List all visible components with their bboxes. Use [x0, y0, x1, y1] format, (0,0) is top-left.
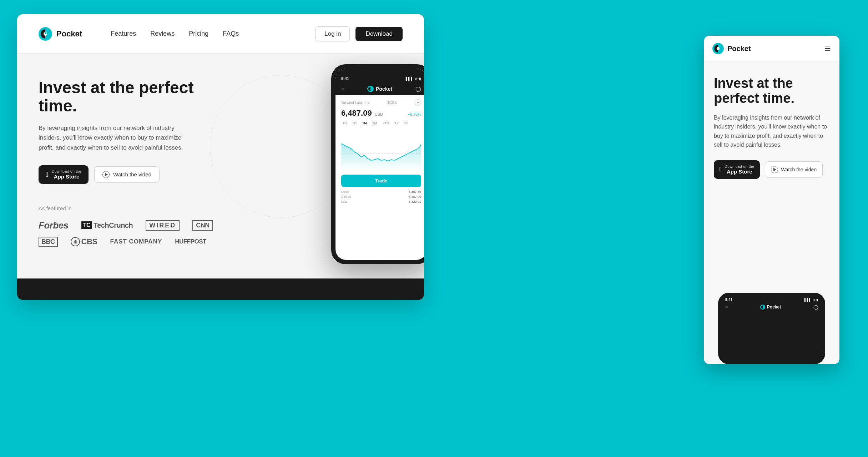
- mobile-appstore-title: App Store: [725, 169, 755, 175]
- mobile-pocket-logo-icon: [712, 43, 724, 54]
- desktop-hero: Invest at the perfect time. By leveragin…: [17, 54, 424, 300]
- hero-content: Invest at the perfect time. By leveragin…: [39, 79, 224, 247]
- phone-profile-icon: ◯: [415, 86, 421, 92]
- mobile-appstore-subtitle: Download on the: [725, 165, 755, 169]
- tab-6m[interactable]: 6M: [371, 121, 379, 126]
- closed-value: 6,487.09: [409, 195, 421, 199]
- cbs-circle-icon: ◉: [71, 237, 80, 246]
- stock-change: +6.75%: [408, 112, 421, 116]
- mobile-appstore-button[interactable]:  Download on the App Store: [714, 160, 760, 179]
- phone-time: 9:41: [341, 76, 349, 81]
- tc-badge: TC: [81, 221, 92, 229]
- low-value: 6,322.01: [409, 200, 421, 204]
- svg-point-6: [717, 47, 720, 50]
- stock-company-name: Tailwind Labs, Inc: [341, 101, 369, 105]
- featured-label: As featured in: [39, 205, 224, 211]
- nav-link-faqs[interactable]: FAQs: [223, 30, 239, 37]
- open-value: 6,387.55: [409, 190, 421, 194]
- mobile-brand-name: Pocket: [727, 45, 751, 53]
- hero-description: By leveraging insights from our network …: [39, 123, 196, 152]
- tab-1y[interactable]: 1Y: [393, 121, 400, 126]
- apple-icon: : [46, 170, 48, 179]
- mobile-watch-button[interactable]: Watch the video: [765, 161, 823, 178]
- mini-phone: 9:41 ▌▌▌ ⊗ ▮ ≡ Pocket: [718, 293, 825, 364]
- nav-link-features[interactable]: Features: [111, 30, 136, 37]
- desktop-nav-links: Features Reviews Pricing FAQs: [111, 30, 298, 37]
- mobile-appstore-text: Download on the App Store: [725, 165, 755, 175]
- trade-button[interactable]: Trade: [341, 175, 421, 187]
- mini-phone-time: 9:41: [725, 298, 732, 302]
- mobile-card: Pocket ☰ Invest at the perfect time. By …: [704, 36, 839, 364]
- phone-app-name: Pocket: [376, 86, 392, 92]
- appstore-text: Download on the App Store: [52, 170, 81, 180]
- mobile-logo-area[interactable]: Pocket: [712, 43, 751, 54]
- logo-huffpost: HUFFPOST: [175, 238, 206, 245]
- desktop-nav-actions: Log in Download: [316, 26, 403, 41]
- logo-wired: WIRED: [146, 220, 180, 231]
- stock-details: Open 6,387.55 Closed 6,487.09 Low 6,322.…: [341, 190, 421, 204]
- mini-topbar: ≡ Pocket ◯: [721, 303, 822, 311]
- play-triangle: [105, 173, 108, 176]
- download-button[interactable]: Download: [355, 27, 403, 41]
- tab-1m[interactable]: 1M: [361, 121, 368, 126]
- phone-outer: 9:41 ▌▌▌ ⊗ ▮ ≡: [331, 64, 424, 264]
- phone-topbar: ≡ Pocket ◯: [335, 83, 424, 95]
- mobile-menu-button[interactable]: ☰: [824, 44, 831, 53]
- tab-ytd[interactable]: YTD: [381, 121, 390, 126]
- logo-techcrunch: TC TechCrunch: [81, 221, 133, 230]
- phone-notch: [363, 69, 399, 79]
- mini-app-name: Pocket: [767, 305, 781, 310]
- appstore-subtitle: Download on the: [52, 170, 81, 174]
- tab-1d[interactable]: 1D: [341, 121, 348, 126]
- mobile-hero-description: By leveraging insights from our network …: [714, 113, 829, 150]
- closed-label: Closed: [341, 195, 351, 199]
- desktop-phone-mockup: 9:41 ▌▌▌ ⊗ ▮ ≡: [331, 64, 424, 264]
- mobile-hero-buttons:  Download on the App Store Watch the vi…: [714, 160, 829, 179]
- mobile-phone-preview: 9:41 ▌▌▌ ⊗ ▮ ≡ Pocket: [718, 293, 825, 364]
- phone-menu-icon: ≡: [341, 86, 344, 92]
- mini-menu-icon: ≡: [725, 305, 728, 310]
- mini-status-icons: ▌▌▌ ⊗ ▮: [804, 298, 818, 302]
- low-label: Low: [341, 200, 347, 204]
- logos-row-1: Forbes TC TechCrunch WIRED CNN: [39, 220, 224, 231]
- logo-cnn: CNN: [192, 220, 213, 231]
- chart-svg: [341, 129, 421, 172]
- wifi-icon: ⊗: [415, 77, 418, 81]
- mini-logo-icon: [760, 305, 765, 310]
- mini-wifi-icon: ⊗: [812, 298, 815, 302]
- mobile-watch-label: Watch the video: [781, 167, 817, 172]
- pocket-logo-icon: [39, 27, 52, 41]
- stock-currency: USD: [375, 112, 383, 116]
- open-label: Open: [341, 190, 349, 194]
- mobile-play-icon: [771, 166, 778, 173]
- mini-user-icon: ◯: [813, 305, 818, 310]
- mobile-hero-title: Invest at the perfect time.: [714, 76, 829, 106]
- desktop-nav: Pocket Features Reviews Pricing FAQs Log…: [17, 14, 424, 54]
- tab-5y[interactable]: 5Y: [403, 121, 410, 126]
- logo-forbes: Forbes: [39, 220, 69, 231]
- add-stock-button[interactable]: +: [415, 99, 421, 106]
- stock-header: Tailwind Labs, Inc $CSS +: [341, 99, 421, 106]
- logo-fastcompany: FAST COMPANY: [110, 238, 162, 245]
- mini-battery-icon: ▮: [816, 298, 818, 302]
- login-button[interactable]: Log in: [316, 26, 350, 41]
- phone-screen: 9:41 ▌▌▌ ⊗ ▮ ≡: [335, 69, 424, 260]
- logo-cbs: ◉ CBS: [71, 237, 97, 246]
- mobile-apple-icon: : [720, 166, 722, 173]
- mini-status-bar: 9:41 ▌▌▌ ⊗ ▮: [721, 296, 822, 303]
- hero-buttons:  Download on the App Store Watch the vi…: [39, 165, 224, 184]
- appstore-title: App Store: [52, 174, 81, 180]
- appstore-button[interactable]:  Download on the App Store: [39, 165, 89, 184]
- tab-5d[interactable]: 5D: [351, 121, 358, 126]
- logos-row-2: BBC ◉ CBS FAST COMPANY HUFFPOST: [39, 237, 224, 247]
- desktop-card: Pocket Features Reviews Pricing FAQs Log…: [17, 14, 424, 300]
- nav-link-pricing[interactable]: Pricing: [189, 30, 208, 37]
- mini-brand-area: Pocket: [760, 305, 781, 310]
- desktop-logo-area[interactable]: Pocket: [39, 27, 82, 41]
- signal-icon: ▌▌▌: [406, 77, 413, 81]
- mini-signal-icon: ▌▌▌: [804, 298, 811, 302]
- phone-stock-content: Tailwind Labs, Inc $CSS + 6,487.09 USD +…: [335, 95, 424, 208]
- nav-link-reviews[interactable]: Reviews: [150, 30, 175, 37]
- stock-chart: [341, 129, 421, 172]
- watch-video-button[interactable]: Watch the video: [94, 166, 160, 183]
